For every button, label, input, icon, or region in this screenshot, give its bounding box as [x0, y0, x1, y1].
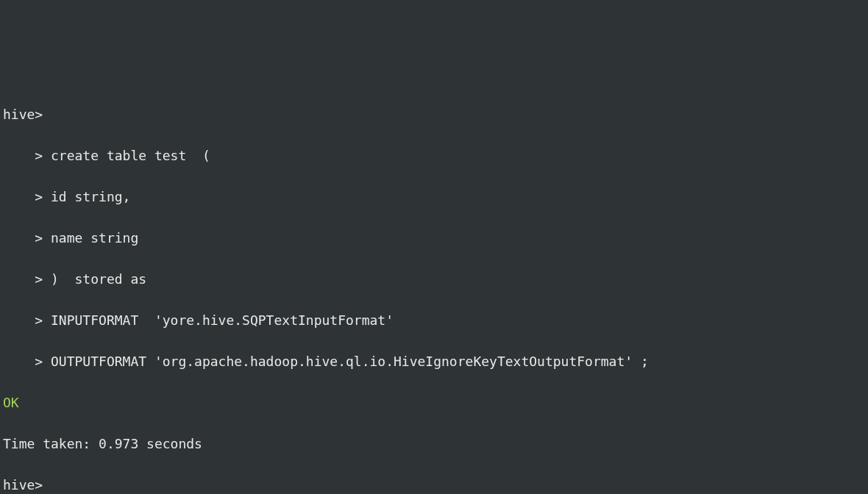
- sql-line: > id string,: [3, 187, 865, 207]
- status-ok: OK: [3, 393, 865, 413]
- terminal-output[interactable]: hive> > create table test ( > id string,…: [3, 84, 865, 494]
- prompt-line: hive>: [3, 104, 865, 125]
- sql-line: > ) stored as: [3, 269, 865, 290]
- timing-line: Time taken: 0.973 seconds: [3, 434, 865, 454]
- sql-line: > OUTPUTFORMAT 'org.apache.hadoop.hive.q…: [3, 351, 865, 372]
- sql-line: > INPUTFORMAT 'yore.hive.SQPTextInputFor…: [3, 310, 865, 331]
- sql-line: > create table test (: [3, 146, 865, 166]
- prompt-line: hive>: [3, 475, 865, 494]
- sql-line: > name string: [3, 228, 865, 248]
